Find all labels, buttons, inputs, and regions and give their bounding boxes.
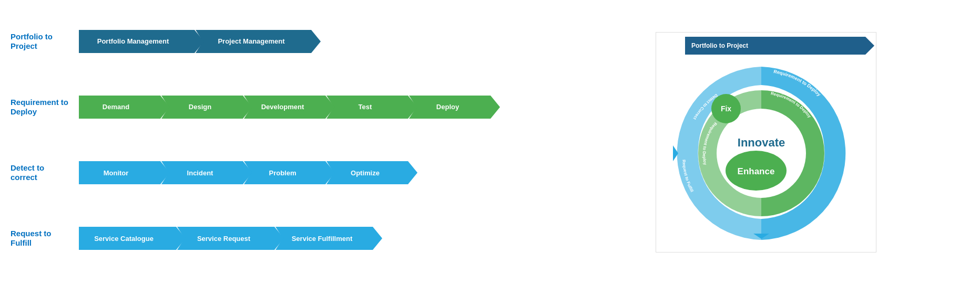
request-row: Request toFulfill Service Catalogue Serv… [11, 227, 542, 250]
service-catalogue-arrow: Service Catalogue [79, 227, 176, 250]
diagram-svg: Innovate Enhance Fix Requirement to Depl… [659, 56, 864, 256]
incident-text: Incident [187, 169, 213, 177]
design-text: Design [189, 103, 211, 111]
portfolio-management-text: Portfolio Management [97, 37, 169, 45]
requirement-arrows: Demand Design Development Test Deploy [79, 96, 492, 119]
service-request-arrow: Service Request [177, 227, 274, 250]
portfolio-label: Portfolio toProject [11, 32, 79, 51]
optimize-text: Optimize [351, 169, 380, 177]
problem-arrow: Problem [244, 161, 325, 184]
requirement-label: Requirement toDeploy [11, 98, 79, 117]
optimize-arrow: Optimize [326, 161, 408, 184]
service-catalogue-text: Service Catalogue [94, 235, 154, 243]
problem-text: Problem [269, 169, 296, 177]
right-panel: Portfolio to Project Innovate Enhance Fi… [552, 0, 980, 284]
incident-arrow: Incident [161, 161, 243, 184]
detect-row: Detect tocorrect Monitor Incident Proble… [11, 161, 542, 184]
monitor-arrow: Monitor [79, 161, 160, 184]
svg-text:Fix: Fix [721, 104, 731, 113]
svg-text:Innovate: Innovate [738, 136, 785, 149]
svg-text:Enhance: Enhance [738, 166, 775, 176]
request-label: Request toFulfill [11, 229, 79, 248]
requirement-row: Requirement toDeploy Demand Design Devel… [11, 96, 542, 119]
demand-text: Demand [103, 103, 129, 111]
service-request-text: Service Request [197, 235, 250, 243]
portfolio-row: Portfolio toProject Portfolio Management… [11, 30, 542, 53]
monitor-text: Monitor [104, 169, 129, 177]
design-arrow: Design [161, 96, 243, 119]
demand-arrow: Demand [79, 96, 160, 119]
development-text: Development [261, 103, 304, 111]
diagram-top-bar: Portfolio to Project [685, 37, 865, 55]
circle-diagram-container: Portfolio to Project Innovate Enhance Fi… [656, 32, 876, 253]
service-fulfillment-arrow: Service Fulfillment [275, 227, 373, 250]
portfolio-arrows: Portfolio Management Project Management [79, 30, 312, 53]
test-arrow: Test [326, 96, 408, 119]
diagram-top-label: Portfolio to Project [691, 42, 748, 49]
detect-label: Detect tocorrect [11, 163, 79, 182]
detect-arrows: Monitor Incident Problem Optimize [79, 161, 409, 184]
test-text: Test [359, 103, 372, 111]
deploy-text: Deploy [436, 103, 459, 111]
service-fulfillment-text: Service Fulfillment [292, 235, 353, 243]
request-arrows: Service Catalogue Service Request Servic… [79, 227, 374, 250]
left-panel: Portfolio toProject Portfolio Management… [0, 0, 552, 284]
project-management-text: Project Management [218, 37, 284, 45]
development-arrow: Development [244, 96, 325, 119]
portfolio-management-arrow: Portfolio Management [79, 30, 195, 53]
project-management-arrow: Project Management [196, 30, 311, 53]
deploy-arrow: Deploy [409, 96, 491, 119]
